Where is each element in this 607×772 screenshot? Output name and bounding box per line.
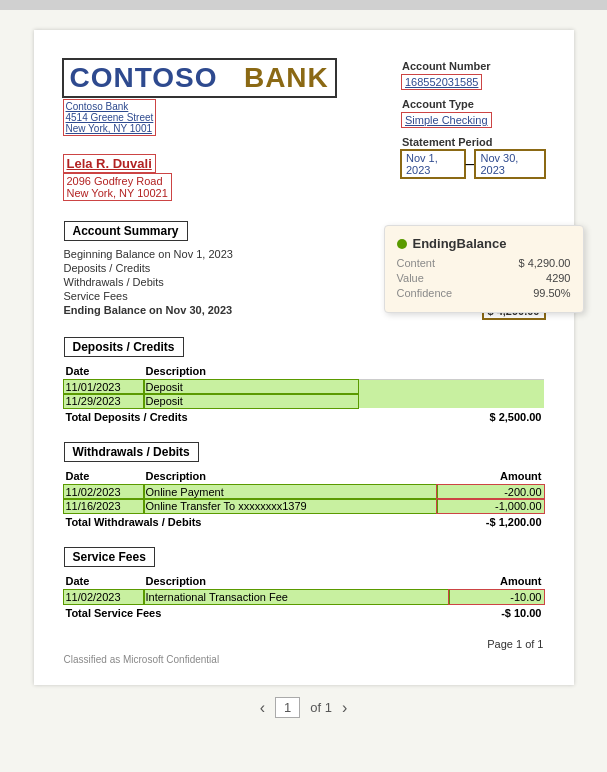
- account-number-label: Account Number: [402, 60, 544, 72]
- prev-page-button[interactable]: ‹: [260, 699, 265, 717]
- customer-address: 2096 Godfrey Road New York, NY 10021: [64, 174, 171, 200]
- withdrawals-table: Date Description Amount 11/02/2023 Onlin…: [64, 468, 544, 529]
- withdrawals-section: Withdrawals / Debits Date Description Am…: [64, 442, 544, 529]
- page-number: Page 1 of 1: [64, 638, 544, 650]
- customer-name: Lela R. Duvali: [64, 155, 155, 172]
- tooltip-popup: EndingBalance Content $ 4,290.00 Value 4…: [384, 225, 584, 313]
- tooltip-confidence-value: 99.50%: [533, 287, 570, 299]
- current-page[interactable]: 1: [275, 697, 300, 718]
- deposit-desc-0: Deposit: [144, 380, 358, 395]
- withdrawal-date-1: 11/16/2023: [64, 499, 144, 513]
- withdrawal-amount-0: -200.00: [437, 485, 543, 500]
- account-summary-title: Account Summary: [64, 221, 188, 241]
- tooltip-content-value: $ 4,290.00: [519, 257, 571, 269]
- table-row: 11/01/2023 Deposit: [64, 380, 544, 395]
- deposit-amount-1: [358, 394, 544, 408]
- logo-section: CONTOSO BANK Contoso Bank 4514 Greene St…: [64, 60, 403, 201]
- tooltip-value-value: 4290: [546, 272, 570, 284]
- fee-date-0: 11/02/2023: [64, 590, 144, 605]
- account-type-label: Account Type: [402, 98, 544, 110]
- fees-total-label: Total Service Fees: [64, 604, 449, 620]
- withdrawal-desc-1: Online Transfer To xxxxxxxx1379: [144, 499, 438, 513]
- table-row: 11/02/2023 International Transaction Fee…: [64, 590, 544, 605]
- withdrawal-date-0: 11/02/2023: [64, 485, 144, 500]
- tooltip-confidence-row: Confidence 99.50%: [397, 287, 571, 299]
- withdrawal-amount-1: -1,000.00: [437, 499, 543, 513]
- deposit-desc-1: Deposit: [144, 394, 358, 408]
- bank-address-line3: New York, NY 1001: [66, 123, 153, 134]
- withdrawals-total-value: -$ 1,200.00: [437, 513, 543, 529]
- account-info: Account Number 168552031585 Account Type…: [402, 60, 544, 185]
- tooltip-title: EndingBalance: [397, 236, 571, 251]
- deposits-title: Deposits / Credits: [64, 337, 184, 357]
- period-dash: –: [466, 155, 475, 173]
- tooltip-content-label: Content: [397, 257, 436, 269]
- withdrawal-desc-0: Online Payment: [144, 485, 438, 500]
- fees-col-desc: Description: [144, 573, 449, 590]
- withdrawals-total-row: Total Withdrawals / Debits -$ 1,200.00: [64, 513, 544, 529]
- account-number-value: 168552031585: [402, 75, 481, 89]
- bank-name: CONTOSO BANK: [64, 60, 335, 96]
- statement-period-value: Nov 1, 2023 – Nov 30, 2023: [402, 151, 544, 177]
- fees-total-value: -$ 10.00: [449, 604, 544, 620]
- bank-name-part1: CONTOSO: [70, 62, 218, 93]
- summary-label-4: Ending Balance on Nov 30, 2023: [64, 304, 233, 318]
- bank-address-line2: 4514 Greene Street: [66, 112, 154, 123]
- deposits-total-label: Total Deposits / Credits: [64, 408, 358, 424]
- withdrawals-header: Date Description Amount: [64, 468, 544, 485]
- summary-label-3: Service Fees: [64, 290, 128, 302]
- period-start: Nov 1, 2023: [402, 151, 464, 177]
- deposit-amount-0: [358, 380, 544, 395]
- customer-address-line1: 2096 Godfrey Road: [67, 175, 163, 187]
- account-number-row: Account Number 168552031585: [402, 60, 544, 90]
- withdrawals-title: Withdrawals / Debits: [64, 442, 199, 462]
- withdrawals-col-date: Date: [64, 468, 144, 485]
- summary-label-2: Withdrawals / Debits: [64, 276, 164, 288]
- fees-col-amount: Amount: [449, 573, 544, 590]
- bank-address-line1: Contoso Bank: [66, 101, 129, 112]
- period-end: Nov 30, 2023: [476, 151, 543, 177]
- deposits-table: Date Description 11/01/2023 Deposit 11/2…: [64, 363, 544, 424]
- fee-amount-0: -10.00: [449, 590, 544, 605]
- confidential-text: Classified as Microsoft Confidential: [64, 654, 544, 665]
- deposits-col-date: Date: [64, 363, 144, 380]
- deposits-header: Date Description: [64, 363, 544, 380]
- summary-label-0: Beginning Balance on Nov 1, 2023: [64, 248, 233, 260]
- account-type-row: Account Type Simple Checking: [402, 98, 544, 128]
- table-row: 11/16/2023 Online Transfer To xxxxxxxx13…: [64, 499, 544, 513]
- withdrawals-total-label: Total Withdrawals / Debits: [64, 513, 438, 529]
- tooltip-title-text: EndingBalance: [413, 236, 507, 251]
- tooltip-content-row: Content $ 4,290.00: [397, 257, 571, 269]
- fees-col-date: Date: [64, 573, 144, 590]
- deposits-total-row: Total Deposits / Credits $ 2,500.00: [64, 408, 544, 424]
- next-page-button[interactable]: ›: [342, 699, 347, 717]
- service-fees-header: Date Description Amount: [64, 573, 544, 590]
- fees-total-row: Total Service Fees -$ 10.00: [64, 604, 544, 620]
- withdrawals-col-amount: Amount: [437, 468, 543, 485]
- statement-period-label: Statement Period: [402, 136, 544, 148]
- service-fees-section: Service Fees Date Description Amount 11/…: [64, 547, 544, 620]
- header: CONTOSO BANK Contoso Bank 4514 Greene St…: [64, 60, 544, 201]
- account-type-value: Simple Checking: [402, 113, 491, 127]
- page-wrapper: CONTOSO BANK Contoso Bank 4514 Greene St…: [0, 10, 607, 772]
- deposit-date-0: 11/01/2023: [64, 380, 144, 395]
- pagination-of-text: of 1: [310, 700, 332, 715]
- document: CONTOSO BANK Contoso Bank 4514 Greene St…: [34, 30, 574, 685]
- pagination: ‹ 1 of 1 ›: [260, 697, 348, 718]
- customer-address-line2: New York, NY 10021: [67, 187, 168, 199]
- tooltip-dot: [397, 239, 407, 249]
- withdrawals-col-desc: Description: [144, 468, 438, 485]
- deposit-date-1: 11/29/2023: [64, 394, 144, 408]
- tooltip-confidence-label: Confidence: [397, 287, 453, 299]
- service-fees-title: Service Fees: [64, 547, 155, 567]
- deposits-total-value: $ 2,500.00: [358, 408, 544, 424]
- statement-period-row: Statement Period Nov 1, 2023 – Nov 30, 2…: [402, 136, 544, 177]
- bank-address: Contoso Bank 4514 Greene Street New York…: [64, 100, 156, 135]
- table-row: 11/29/2023 Deposit: [64, 394, 544, 408]
- service-fees-table: Date Description Amount 11/02/2023 Inter…: [64, 573, 544, 620]
- fee-desc-0: International Transaction Fee: [144, 590, 449, 605]
- table-row: 11/02/2023 Online Payment -200.00: [64, 485, 544, 500]
- deposits-col-desc: Description: [144, 363, 358, 380]
- deposits-col-amount: [358, 363, 544, 380]
- tooltip-value-row: Value 4290: [397, 272, 571, 284]
